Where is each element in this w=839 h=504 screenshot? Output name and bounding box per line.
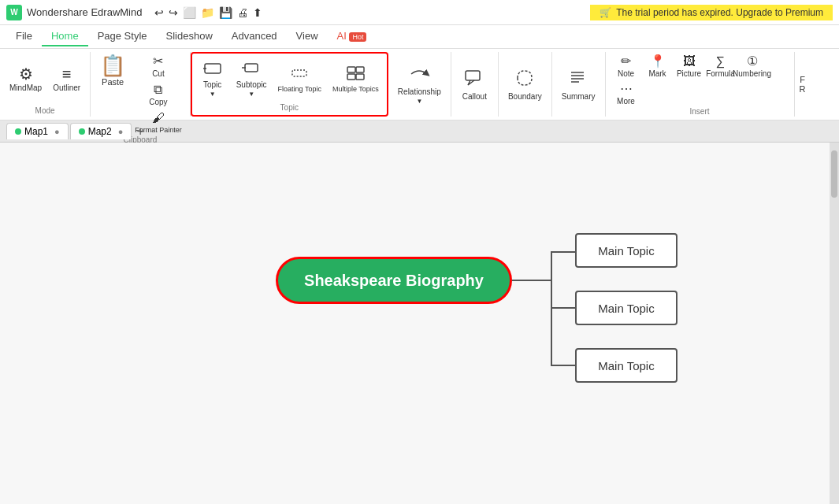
scrollbar-thumb[interactable]	[831, 150, 837, 198]
summary-icon	[568, 68, 588, 91]
ribbon-group-mode: ⚙ MindMap ≡ Outliner Mode	[0, 52, 91, 117]
subtopic-btn[interactable]: Subtopic ▼	[232, 57, 272, 101]
multiple-topics-btn[interactable]: Multiple Topics	[328, 62, 384, 96]
paste-icon: 📋	[100, 55, 125, 76]
more-icon: ⋯	[620, 81, 633, 96]
ribbon-group-summary: Summary	[552, 52, 606, 117]
trial-banner[interactable]: 🛒 The trial period has expired. Upgrade …	[590, 5, 833, 20]
canvas[interactable]: Sheakspeare Biography Main Topic Main To…	[0, 143, 839, 504]
ribbon-tab-bar: File Home Page Style Slideshow Advanced …	[0, 25, 839, 49]
app-logo: W	[6, 5, 22, 20]
formula-btn[interactable]: ∑ Formula	[705, 53, 737, 80]
mark-icon: 📍	[650, 54, 666, 69]
topic-btn[interactable]: Topic ▼	[195, 57, 230, 101]
tab-advanced[interactable]: Advanced	[222, 27, 287, 46]
topic-chevron: ▼	[210, 91, 216, 98]
formula-icon: ∑	[716, 54, 725, 69]
central-node[interactable]: Sheakspeare Biography	[276, 257, 512, 304]
trial-text: The trial period has expired. Upgrade to…	[616, 7, 823, 18]
main-topic-2-label: Main Topic	[598, 302, 654, 315]
central-node-label: Sheakspeare Biography	[304, 272, 484, 290]
ribbon: File Home Page Style Slideshow Advanced …	[0, 25, 839, 120]
summary-btn[interactable]: Summary	[557, 65, 600, 104]
more-btn[interactable]: ⋯ More	[611, 80, 642, 107]
paste-btn[interactable]: 📋 Paste	[95, 52, 130, 90]
ribbon-group-topic: Topic ▼ Subtopic ▼ Floating Topic	[191, 52, 388, 117]
ribbon-group-insert: ✏ Note 📍 Mark 🖼 Picture ∑ Formula ①	[606, 52, 795, 117]
undo-btn[interactable]: ↩	[154, 6, 164, 19]
map1-close[interactable]: ●	[54, 127, 60, 136]
fr-label: F R	[800, 75, 806, 94]
copy-icon: ⧉	[154, 83, 162, 97]
relationship-btn[interactable]: Relationship ▼	[393, 61, 446, 108]
callout-icon	[464, 68, 484, 91]
main-topic-3-label: Main Topic	[598, 359, 654, 372]
floating-topic-icon	[290, 65, 309, 83]
tab-map1[interactable]: Map1 ●	[6, 123, 69, 139]
note-icon: ✏	[621, 54, 631, 69]
topic-items: Topic ▼ Subtopic ▼ Floating Topic	[195, 55, 384, 103]
svg-rect-8	[356, 74, 364, 80]
mindmap-btn[interactable]: ⚙ MindMap	[5, 63, 46, 95]
copy-btn[interactable]: ⧉ Copy	[132, 81, 185, 108]
svg-rect-4	[292, 70, 306, 76]
ribbon-group-fr: F R	[795, 52, 811, 117]
boundary-btn[interactable]: Boundary	[503, 65, 547, 104]
outliner-icon: ≡	[62, 66, 72, 82]
subtopic-chevron: ▼	[248, 91, 254, 98]
tab-ai[interactable]: AI Hot	[328, 27, 377, 46]
tab-bar: Map1 ● Map2 ● +	[0, 120, 839, 143]
cart-icon: 🛒	[600, 7, 611, 18]
map2-close[interactable]: ●	[118, 127, 124, 136]
tab-slideshow[interactable]: Slideshow	[157, 27, 222, 46]
outliner-btn[interactable]: ≡ Outliner	[48, 63, 85, 95]
title-bar-left: W Wondershare EdrawMind ↩ ↪ ⬜ 📁 💾 🖨 ⬆	[6, 5, 262, 20]
ribbon-group-callout: Callout	[451, 52, 499, 117]
svg-rect-5	[347, 67, 355, 72]
scrollbar[interactable]	[830, 143, 839, 504]
numbering-btn[interactable]: ① Numbering	[737, 52, 768, 80]
ribbon-group-relationship: Relationship ▼	[388, 52, 451, 117]
picture-icon: 🖼	[683, 54, 696, 69]
subtopic-icon	[242, 61, 261, 79]
relationship-chevron: ▼	[416, 98, 422, 105]
print-btn[interactable]: 🖨	[237, 6, 248, 19]
mode-items: ⚙ MindMap ≡ Outliner	[5, 52, 85, 106]
svg-rect-7	[347, 74, 355, 80]
main-topic-1-label: Main Topic	[598, 244, 654, 258]
main-topic-3[interactable]: Main Topic	[575, 348, 678, 383]
map2-dot	[79, 128, 85, 135]
tab-view[interactable]: View	[287, 27, 328, 46]
floating-topic-btn[interactable]: Floating Topic	[273, 62, 326, 96]
tab-home[interactable]: Home	[42, 27, 88, 46]
ribbon-group-clipboard: 📋 Paste ✂ Cut ⧉ Copy 🖌 Format Painter	[91, 52, 191, 117]
main-topic-1[interactable]: Main Topic	[575, 233, 678, 268]
main-topic-2[interactable]: Main Topic	[575, 291, 678, 325]
mark-btn[interactable]: 📍 Mark	[642, 52, 674, 80]
map1-label: Map1	[24, 126, 48, 137]
callout-btn[interactable]: Callout	[457, 65, 492, 104]
title-bar: W Wondershare EdrawMind ↩ ↪ ⬜ 📁 💾 🖨 ⬆ 🛒 …	[0, 0, 839, 25]
open-btn[interactable]: 📁	[201, 6, 214, 19]
numbering-icon: ①	[747, 54, 758, 69]
save-btn[interactable]: 💾	[219, 6, 232, 19]
export-btn[interactable]: ⬆	[253, 6, 262, 19]
app-name: Wondershare EdrawMind	[27, 6, 142, 18]
add-tab-btn[interactable]: +	[133, 124, 147, 139]
picture-btn[interactable]: 🖼 Picture	[674, 53, 705, 80]
redo-btn[interactable]: ↪	[169, 6, 178, 19]
tab-map2[interactable]: Map2 ●	[70, 123, 132, 139]
svg-rect-9	[466, 71, 480, 80]
topic-icon	[203, 61, 222, 79]
topic-group-label: Topic	[280, 103, 299, 113]
tab-file[interactable]: File	[6, 27, 42, 46]
note-btn[interactable]: ✏ Note	[611, 52, 642, 80]
tab-page-style[interactable]: Page Style	[88, 27, 157, 46]
cut-btn[interactable]: ✂ Cut	[132, 52, 185, 80]
clipboard-small-btns: ✂ Cut ⧉ Copy 🖌 Format Painter	[132, 52, 185, 135]
ribbon-content: ⚙ MindMap ≡ Outliner Mode 📋 Paste ✂	[0, 49, 839, 120]
new-btn[interactable]: ⬜	[183, 6, 196, 19]
map2-label: Map2	[88, 126, 112, 137]
format-painter-icon: 🖌	[152, 111, 165, 125]
boundary-icon	[514, 68, 535, 91]
